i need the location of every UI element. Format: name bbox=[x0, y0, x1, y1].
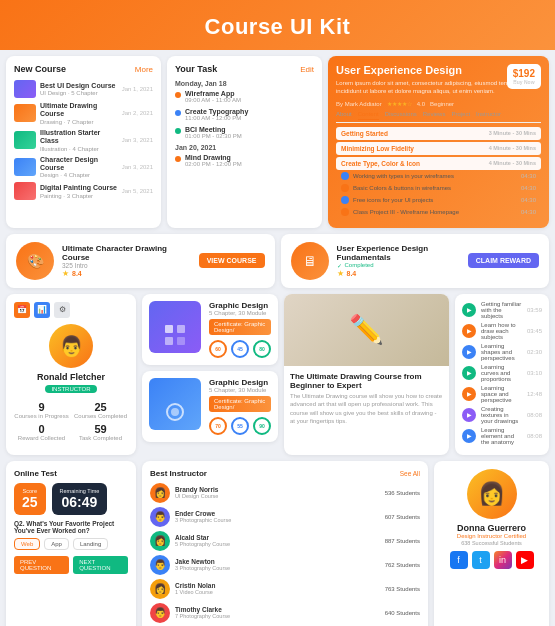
tab-reviews[interactable]: Reviews bbox=[423, 111, 446, 120]
next-question-button[interactable]: NEXT QUESTION bbox=[73, 556, 128, 574]
featured-course-card-2: 🖥 User Experience Design Fundamentals ✓ … bbox=[281, 234, 550, 288]
task-edit[interactable]: Edit bbox=[300, 65, 314, 74]
tab-project[interactable]: Project bbox=[451, 111, 470, 120]
instagram-link[interactable]: in bbox=[494, 551, 512, 569]
list-item: Ultimate Drawing Course Drawing · 7 Chap… bbox=[14, 102, 153, 125]
task-info: Create Typography 11:00 AM - 12:00 PM bbox=[185, 108, 248, 121]
list-item: 👨 Jake Newton 3 Photography Course 762 S… bbox=[150, 555, 420, 575]
featured-instructor-card: 👩 Donna Guerrero Design Instructor Certi… bbox=[434, 461, 549, 626]
stat-label: Reward Collected bbox=[14, 435, 69, 441]
ux-stars: ★★★★☆ bbox=[387, 101, 412, 107]
list-item: ▶ Getting familiar with the subjects 03:… bbox=[462, 301, 542, 319]
ux-author: By Mark Addiator ★★★★☆ 4.0 Beginner bbox=[336, 100, 541, 107]
progress-circle-3: 80 bbox=[253, 340, 271, 358]
play-icon[interactable]: ▶ bbox=[462, 345, 476, 359]
list-item: Working with types in your wireframes 04… bbox=[336, 170, 541, 182]
tab-discussions[interactable]: Discussions bbox=[385, 111, 417, 120]
task-indicator bbox=[175, 110, 181, 116]
task-time: 09:00 AM - 11:00 AM bbox=[185, 97, 241, 103]
stat-num: 9 bbox=[14, 401, 69, 413]
list-item: Digital Painting Course Painting · 3 Cha… bbox=[14, 182, 153, 200]
lesson-duration: 03:10 bbox=[527, 370, 542, 376]
prev-question-button[interactable]: PREV QUESTION bbox=[14, 556, 69, 574]
play-icon[interactable]: ▶ bbox=[462, 366, 476, 380]
featured-info: Ultimate Character Drawing Course 325 In… bbox=[62, 244, 191, 278]
instructor-students: 536 Students bbox=[385, 490, 420, 496]
new-course-card: New Course More Best UI Design Course UI… bbox=[6, 56, 161, 228]
task-name: BCI Meeting bbox=[185, 126, 242, 133]
lesson-duration: 08:08 bbox=[527, 433, 542, 439]
drawing-title: The Ultimate Drawing Course from Beginne… bbox=[290, 372, 443, 390]
rating-value: 8.4 bbox=[72, 270, 82, 277]
mini-course-title-2: Graphic Design bbox=[209, 378, 271, 387]
play-icon[interactable]: ▶ bbox=[462, 387, 476, 401]
instructor-name: Ender Crowe bbox=[175, 510, 231, 517]
youtube-link[interactable]: ▶ bbox=[516, 551, 534, 569]
option-landing[interactable]: Landing bbox=[73, 538, 108, 550]
list-item: Class Project III - Wireframe Homepage 0… bbox=[336, 206, 541, 218]
task-title: Your Task bbox=[175, 64, 217, 74]
twitter-link[interactable]: t bbox=[472, 551, 490, 569]
instructor-name: Alcald Star bbox=[175, 534, 230, 541]
view-course-button[interactable]: VIEW COURSE bbox=[199, 253, 265, 268]
play-icon[interactable]: ▶ bbox=[462, 303, 476, 317]
instructor-info: Timothy Clarke 7 Photography Course bbox=[175, 606, 230, 619]
mini-course-progress-2: 70 55 90 bbox=[209, 417, 271, 435]
curriculum-section: Getting Started 3 Minute - 30 Mins bbox=[336, 127, 541, 140]
play-icon[interactable]: ▶ bbox=[462, 429, 476, 443]
mini-course-reward: Certificate: Graphic Design/ bbox=[209, 319, 271, 335]
progress-circle-6: 90 bbox=[253, 417, 271, 435]
score-timer-row: Score 25 Remaining Time 06:49 bbox=[14, 483, 128, 515]
page-header: Course UI Kit bbox=[0, 0, 555, 50]
curriculum-section: Create Type, Color & Icon 4 Minute - 30 … bbox=[336, 157, 541, 218]
tab-instructor[interactable]: Instructor bbox=[476, 111, 501, 120]
lesson-name: Learning space and perspective bbox=[481, 385, 522, 403]
course-thumb bbox=[14, 104, 36, 122]
profile-card: 📅 📊 ⚙ 👨 Ronald Fletcher INSTRUCTOR 9 Cou… bbox=[6, 294, 136, 455]
progress-circle-1: 60 bbox=[209, 340, 227, 358]
online-test-card: Online Test Score 25 Remaining Time 06:4… bbox=[6, 461, 136, 626]
instructor-name: Jake Newton bbox=[175, 558, 230, 565]
course-thumb bbox=[14, 158, 36, 176]
stat-num: 0 bbox=[14, 423, 69, 435]
course-thumb bbox=[14, 80, 36, 98]
facebook-link[interactable]: f bbox=[450, 551, 468, 569]
lesson-name: Learning curves and proportions bbox=[481, 364, 522, 382]
curriculum-header[interactable]: Minimizing Low Fidelity 4 Minute - 30 Mi… bbox=[336, 142, 541, 155]
svg-point-5 bbox=[171, 408, 179, 416]
play-icon[interactable]: ▶ bbox=[462, 408, 476, 422]
see-all-link[interactable]: See All bbox=[400, 470, 420, 477]
claim-reward-button[interactable]: CLAIM REWARD bbox=[468, 253, 539, 268]
option-app[interactable]: App bbox=[44, 538, 69, 550]
curriculum-header[interactable]: Getting Started 3 Minute - 30 Mins bbox=[336, 127, 541, 140]
instructor-name: Brandy Norris bbox=[175, 486, 218, 493]
option-web[interactable]: Web bbox=[14, 538, 40, 550]
play-icon[interactable]: ▶ bbox=[462, 324, 476, 338]
lesson-duration: 03:59 bbox=[527, 307, 542, 313]
rating-stars: ★ bbox=[62, 269, 69, 278]
curriculum-header[interactable]: Create Type, Color & Icon 4 Minute - 30 … bbox=[336, 157, 541, 170]
mini-course-card-1: Graphic Design 5 Chapter, 30 Module Cert… bbox=[142, 294, 278, 365]
calendar-icon[interactable]: 📅 bbox=[14, 302, 30, 318]
featured-course-name: Ultimate Character Drawing Course bbox=[62, 244, 191, 262]
new-course-more[interactable]: More bbox=[135, 65, 153, 74]
settings-icon[interactable]: ⚙ bbox=[54, 302, 70, 318]
tab-content[interactable]: Content bbox=[358, 111, 379, 120]
task-indicator bbox=[175, 128, 181, 134]
mini-course-sub-2: 5 Chapter, 30 Module bbox=[209, 387, 271, 393]
mini-course-thumb bbox=[149, 301, 201, 353]
tab-about[interactable]: About bbox=[336, 111, 352, 120]
list-item: ▶ Learn how to draw each subjects 03:45 bbox=[462, 322, 542, 340]
task-info: Mind Drawing 02:00 PM - 12:00 PM bbox=[185, 154, 242, 167]
course-date: Jan 3, 2021 bbox=[122, 137, 153, 143]
chart-icon[interactable]: 📊 bbox=[34, 302, 50, 318]
list-item: ▶ Learning curves and proportions 03:10 bbox=[462, 364, 542, 382]
instructor-info: Ender Crowe 3 Photographic Course bbox=[175, 510, 231, 523]
instructor-avatar: 👨 bbox=[150, 555, 170, 575]
list-item: Mind Drawing 02:00 PM - 12:00 PM bbox=[175, 154, 314, 167]
instructor-students: 640 Students bbox=[385, 610, 420, 616]
course-info: Character Design Course Design · 4 Chapt… bbox=[40, 156, 118, 179]
task-time: 11:00 AM - 12:00 PM bbox=[185, 115, 248, 121]
featured-instructor-badge: 638 Successful Students bbox=[461, 540, 522, 546]
lesson-duration: 04:30 bbox=[521, 185, 536, 191]
